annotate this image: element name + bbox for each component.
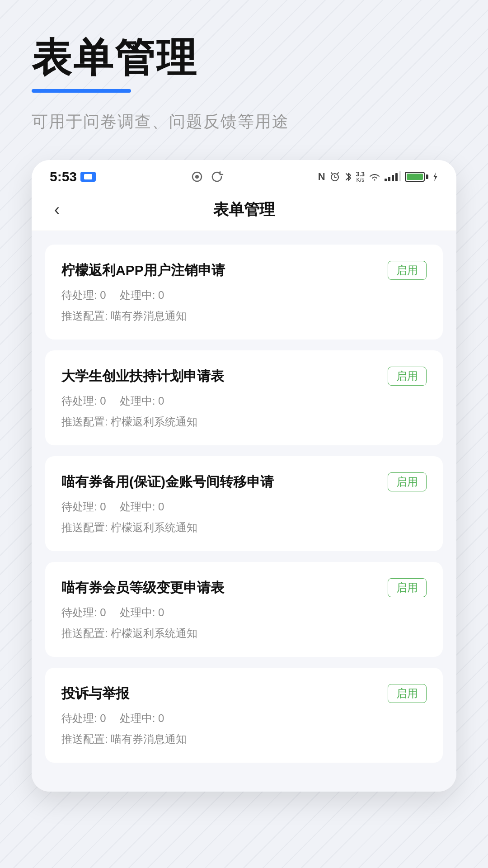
pending-label-4: 待处理: 0 <box>61 605 106 620</box>
form-meta-5: 待处理: 0 处理中: 0 <box>61 711 427 726</box>
svg-line-5 <box>331 173 332 174</box>
pending-label-2: 待处理: 0 <box>61 394 106 408</box>
phone-mockup: 5:53 N <box>32 160 456 792</box>
form-card-4[interactable]: 喵有券会员等级变更申请表 启用 待处理: 0 处理中: 0 推送配置: 柠檬返利… <box>45 562 443 657</box>
form-meta-3: 待处理: 0 处理中: 0 <box>61 500 427 514</box>
form-title-4: 喵有券会员等级变更申请表 <box>61 578 427 597</box>
page-header: 表单管理 可用于问卷调查、问题反馈等用途 <box>32 36 456 133</box>
battery-icon <box>405 172 428 182</box>
charging-icon <box>432 172 438 182</box>
content-area: 柠檬返利APP用户注销申请 启用 待处理: 0 处理中: 0 推送配置: 喵有券… <box>32 231 456 792</box>
svg-line-6 <box>338 173 338 174</box>
refresh-icon <box>210 170 224 184</box>
status-time: 5:53 <box>50 169 96 184</box>
form-title-3: 喵有券备用(保证)金账号间转移申请 <box>61 472 427 491</box>
status-icons: N 3.3 K/s <box>318 171 438 183</box>
svg-point-1 <box>195 175 199 179</box>
form-title-1: 柠檬返利APP用户注销申请 <box>61 261 427 280</box>
nav-bar: ‹ 表单管理 <box>32 189 456 231</box>
form-push-2: 推送配置: 柠檬返利系统通知 <box>61 415 427 429</box>
data-speed-icon: 3.3 K/s <box>356 171 365 183</box>
form-meta-2: 待处理: 0 处理中: 0 <box>61 394 427 408</box>
status-badge-5: 启用 <box>388 684 427 703</box>
status-bar: 5:53 N <box>32 160 456 189</box>
pending-label-1: 待处理: 0 <box>61 288 106 302</box>
wifi-icon <box>368 172 381 182</box>
title-underline <box>32 89 131 93</box>
status-badge-3: 启用 <box>388 472 427 491</box>
form-card-2[interactable]: 大学生创业扶持计划申请表 启用 待处理: 0 处理中: 0 推送配置: 柠檬返利… <box>45 350 443 445</box>
status-badge-4: 启用 <box>388 578 427 597</box>
form-push-3: 推送配置: 柠檬返利系统通知 <box>61 520 427 535</box>
nav-title: 表单管理 <box>213 199 275 220</box>
form-card-3[interactable]: 喵有券备用(保证)金账号间转移申请 启用 待处理: 0 处理中: 0 推送配置:… <box>45 456 443 551</box>
form-meta-1: 待处理: 0 处理中: 0 <box>61 288 427 302</box>
form-card-1[interactable]: 柠檬返利APP用户注销申请 启用 待处理: 0 处理中: 0 推送配置: 喵有券… <box>45 245 443 340</box>
alarm-icon <box>329 171 341 183</box>
status-badge-2: 启用 <box>388 367 427 386</box>
pending-label-3: 待处理: 0 <box>61 500 106 514</box>
back-button[interactable]: ‹ <box>50 200 64 220</box>
form-push-5: 推送配置: 喵有券消息通知 <box>61 732 427 746</box>
form-push-4: 推送配置: 柠檬返利系统通知 <box>61 626 427 641</box>
form-title-5: 投诉与举报 <box>61 684 427 703</box>
pending-label-5: 待处理: 0 <box>61 711 106 726</box>
form-title-2: 大学生创业扶持计划申请表 <box>61 367 427 386</box>
processing-label-1: 处理中: 0 <box>120 288 164 302</box>
page-subtitle: 可用于问卷调查、问题反馈等用途 <box>32 111 456 133</box>
page-container: 表单管理 可用于问卷调查、问题反馈等用途 5:53 <box>0 0 488 828</box>
notification-badge <box>80 172 96 182</box>
processing-label-5: 处理中: 0 <box>120 711 164 726</box>
processing-label-4: 处理中: 0 <box>120 605 164 620</box>
status-badge-1: 启用 <box>388 261 427 280</box>
signal-icon <box>385 172 401 181</box>
form-push-1: 推送配置: 喵有券消息通知 <box>61 309 427 323</box>
nfc-icon: N <box>318 171 325 183</box>
location-icon <box>190 170 204 184</box>
bluetooth-icon <box>344 171 352 183</box>
processing-label-3: 处理中: 0 <box>120 500 164 514</box>
form-meta-4: 待处理: 0 处理中: 0 <box>61 605 427 620</box>
processing-label-2: 处理中: 0 <box>120 394 164 408</box>
status-center-icons <box>190 170 224 184</box>
status-right-area: N 3.3 K/s <box>318 171 438 183</box>
page-title: 表单管理 <box>32 36 456 80</box>
form-card-5[interactable]: 投诉与举报 启用 待处理: 0 处理中: 0 推送配置: 喵有券消息通知 <box>45 668 443 763</box>
